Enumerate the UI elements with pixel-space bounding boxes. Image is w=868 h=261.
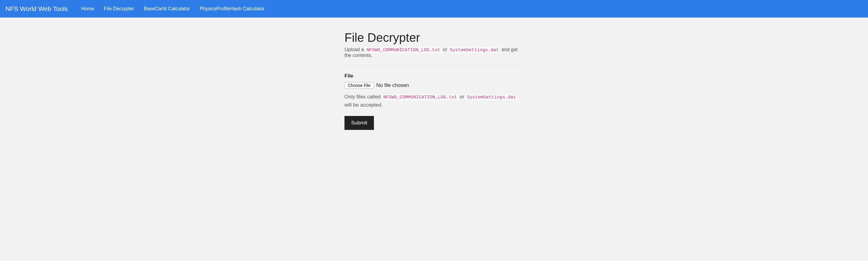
desc-code-filename-2: SystemSettings.dat	[448, 47, 500, 53]
nav-item-basecarid-calculator[interactable]: BaseCarId Calculator	[139, 0, 195, 17]
help-code-filename-2: SystemSettings.dat	[466, 95, 517, 100]
help-text-part: will be accepted.	[344, 102, 383, 108]
file-help-text: Only files called NFSWO_COMMUNICATION_LO…	[344, 93, 524, 109]
navbar: NFS World Web Tools Home File Decrypter …	[0, 0, 868, 17]
nav-item-file-decrypter[interactable]: File Decrypter	[99, 0, 139, 17]
main-container: File Decrypter Upload a NFSWO_COMMUNICAT…	[341, 31, 527, 130]
choose-file-button[interactable]: Choose File	[344, 82, 374, 89]
file-input-row: Choose File No file chosen	[344, 82, 524, 89]
navbar-nav: Home File Decrypter BaseCarId Calculator…	[76, 0, 270, 17]
divider	[344, 65, 524, 65]
nav-item-home[interactable]: Home	[76, 0, 99, 17]
submit-button[interactable]: Submit	[344, 116, 374, 130]
help-text-part: or	[458, 94, 466, 100]
nav-item-physicsprofilehash-calculator[interactable]: PhysicsProfileHash Calculator	[195, 0, 270, 17]
file-label: File	[344, 73, 524, 79]
page-title: File Decrypter	[344, 31, 524, 44]
desc-text: or	[442, 47, 448, 52]
navbar-brand[interactable]: NFS World Web Tools	[5, 5, 68, 12]
desc-code-filename-1: NFSWO_COMMUNICATION_LOG.txt	[365, 47, 442, 53]
page-description: Upload a NFSWO_COMMUNICATION_LOG.txt or …	[344, 47, 524, 58]
help-code-filename-1: NFSWO_COMMUNICATION_LOG.txt	[382, 95, 458, 100]
desc-text: Upload a	[344, 47, 365, 52]
help-text-part: Only files called	[344, 94, 382, 100]
file-status-text: No file chosen	[376, 82, 409, 88]
